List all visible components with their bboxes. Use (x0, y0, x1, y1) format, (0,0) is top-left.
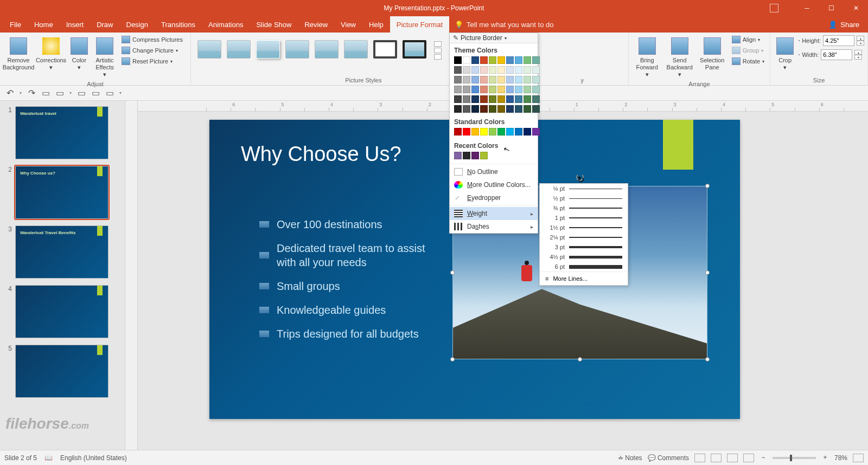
notes-button[interactable]: ≐ Notes (618, 454, 642, 462)
color-button[interactable]: Color▾ (68, 35, 90, 72)
style-thumb-7[interactable] (373, 40, 397, 59)
send-backward-button[interactable]: Send Backward▾ (665, 35, 695, 80)
eyedropper-item[interactable]: ⟋Eyedropper (450, 191, 538, 204)
color-swatch[interactable] (524, 95, 531, 103)
color-swatch[interactable] (480, 128, 488, 135)
spellcheck-icon[interactable]: 📖 (44, 454, 53, 462)
width-spin-down[interactable]: ▾ (854, 55, 862, 60)
bullet-list[interactable]: Over 100 destinationsDedicated travel te… (259, 208, 429, 351)
comments-button[interactable]: 💬 Comments (648, 454, 689, 462)
resize-handle[interactable] (578, 357, 582, 361)
color-swatch[interactable] (524, 56, 531, 64)
color-swatch[interactable] (532, 56, 540, 64)
bullet-item[interactable]: Small groups (259, 279, 429, 293)
color-swatch[interactable] (515, 86, 522, 93)
style-thumb-3[interactable] (256, 40, 280, 59)
slide-title[interactable]: Why Choose Us? (241, 143, 401, 166)
color-swatch[interactable] (471, 66, 479, 74)
color-swatch[interactable] (454, 95, 462, 103)
color-swatch[interactable] (489, 56, 496, 64)
color-swatch[interactable] (471, 105, 479, 113)
color-swatch[interactable] (532, 86, 540, 93)
crop-button[interactable]: Crop▾ (774, 35, 796, 72)
color-swatch[interactable] (463, 66, 470, 74)
color-swatch[interactable] (497, 95, 505, 103)
color-swatch[interactable] (463, 128, 470, 135)
color-swatch[interactable] (471, 152, 479, 159)
resize-handle[interactable] (450, 270, 455, 275)
weight-option[interactable]: ¼ pt (540, 184, 628, 193)
bullet-item[interactable]: Dedicated travel team to assist with all… (259, 241, 429, 269)
tab-transitions[interactable]: Transitions (155, 16, 202, 33)
ribbon-display-options-icon[interactable] (770, 4, 778, 12)
weight-option[interactable]: 4½ pt (540, 252, 628, 262)
tab-insert[interactable]: Insert (60, 16, 91, 33)
style-thumb-1[interactable] (197, 40, 221, 59)
color-swatch[interactable] (463, 56, 470, 64)
slideshow-view-button[interactable] (743, 454, 754, 462)
slide-thumbnail-1[interactable]: Wanderlust travel (15, 106, 108, 159)
color-swatch[interactable] (454, 152, 462, 159)
style-thumb-6[interactable] (344, 40, 368, 59)
color-swatch[interactable] (463, 76, 470, 83)
qat-btn-4[interactable]: ▭ (91, 89, 100, 98)
gallery-scroll-down[interactable] (434, 48, 442, 53)
share-button[interactable]: 👤 Share (823, 21, 865, 29)
rotate-button[interactable]: Rotate▾ (730, 57, 767, 66)
color-swatch[interactable] (506, 105, 514, 113)
color-swatch[interactable] (463, 86, 470, 93)
color-swatch[interactable] (489, 66, 496, 74)
tab-draw[interactable]: Draw (90, 16, 119, 33)
tab-file[interactable]: File (3, 16, 28, 33)
picture-border-button[interactable]: ✎ Picture Border ▾ (450, 33, 538, 43)
qat-btn-2[interactable]: ▭ (55, 89, 64, 98)
color-swatch[interactable] (463, 95, 470, 103)
color-swatch[interactable] (515, 56, 522, 64)
color-swatch[interactable] (463, 152, 470, 159)
rotate-handle[interactable]: ↻ (576, 173, 584, 181)
color-swatch[interactable] (524, 86, 531, 93)
color-swatch[interactable] (532, 66, 540, 74)
bring-forward-button[interactable]: Bring Forward▾ (632, 35, 662, 80)
color-swatch[interactable] (489, 76, 496, 83)
dashes-item[interactable]: Dashes (450, 220, 538, 233)
gallery-scroll-up[interactable] (434, 41, 442, 47)
color-swatch[interactable] (497, 66, 505, 74)
color-swatch[interactable] (489, 128, 496, 135)
close-button[interactable]: ✕ (844, 0, 868, 16)
weight-option[interactable]: ½ pt (540, 193, 628, 203)
tab-review[interactable]: Review (298, 16, 334, 33)
bullet-item[interactable]: Trips designed for all budgets (259, 327, 429, 341)
color-swatch[interactable] (515, 76, 522, 83)
color-swatch[interactable] (506, 66, 514, 74)
tell-me-search[interactable]: 💡 Tell me what you want to do (455, 21, 553, 29)
height-spin-up[interactable]: ▴ (857, 36, 864, 41)
compress-pictures-button[interactable]: Compress Pictures (119, 35, 185, 44)
reset-picture-button[interactable]: Reset Picture▾ (119, 57, 185, 66)
no-outline-item[interactable]: No Outline (450, 165, 538, 178)
resize-handle[interactable] (705, 184, 710, 188)
color-swatch[interactable] (497, 105, 505, 113)
minimize-button[interactable]: ─ (795, 0, 819, 16)
align-button[interactable]: Align▾ (730, 35, 767, 44)
color-swatch[interactable] (454, 128, 462, 135)
tab-view[interactable]: View (334, 16, 362, 33)
color-swatch[interactable] (489, 86, 496, 93)
qat-btn-5[interactable]: ▭ (105, 89, 114, 98)
more-outline-colors-item[interactable]: More Outline Colors... (450, 178, 538, 191)
qat-btn-3[interactable]: ▭ (77, 89, 86, 98)
color-swatch[interactable] (532, 105, 540, 113)
zoom-in-button[interactable]: + (821, 454, 829, 462)
color-swatch[interactable] (454, 76, 462, 83)
width-input[interactable] (821, 49, 852, 60)
zoom-out-button[interactable]: − (760, 454, 767, 462)
color-swatch[interactable] (480, 66, 488, 74)
weight-option[interactable]: 3 pt (540, 242, 628, 252)
bullet-item[interactable]: Knowledgeable guides (259, 303, 429, 317)
height-spin-down[interactable]: ▾ (857, 41, 864, 46)
tab-animations[interactable]: Animations (202, 16, 250, 33)
color-swatch[interactable] (454, 66, 462, 74)
weight-item[interactable]: Weight (450, 207, 538, 220)
color-swatch[interactable] (497, 76, 505, 83)
style-thumb-2[interactable] (227, 40, 251, 59)
